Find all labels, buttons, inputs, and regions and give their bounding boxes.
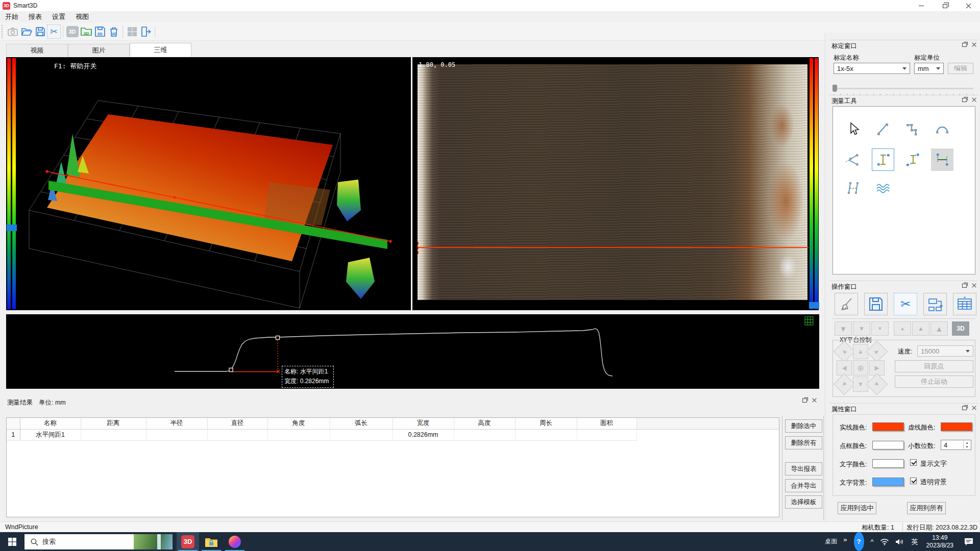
transparent-bg-checkbox[interactable]	[910, 478, 917, 484]
point-color-swatch[interactable]	[872, 441, 904, 449]
move-up-medium-button[interactable]: ▲	[912, 321, 929, 336]
tool-roughness[interactable]	[872, 177, 894, 199]
spin-down-icon[interactable]: ▼	[964, 445, 970, 449]
close-panel-icon[interactable]	[972, 97, 976, 102]
tool-line[interactable]	[872, 118, 894, 140]
select-template-button[interactable]: 选择模板	[785, 495, 822, 509]
float-panel-icon[interactable]	[962, 284, 967, 288]
speed-select[interactable]: 15000	[917, 345, 973, 357]
cut-button[interactable]: ✂	[47, 24, 61, 39]
show-text-checkbox[interactable]	[910, 459, 917, 466]
apply-all-button[interactable]: 应用到所有	[907, 502, 946, 514]
dash-color-swatch[interactable]	[941, 422, 972, 431]
menu-view[interactable]: 视图	[70, 11, 94, 22]
tool-horizontal-distance[interactable]	[931, 148, 953, 171]
menu-settings[interactable]: 设置	[47, 11, 70, 22]
tool-polyline[interactable]	[901, 118, 924, 140]
viewport-3d[interactable]: F1: 帮助开关	[6, 57, 411, 310]
taskbar-app-explorer[interactable]	[200, 532, 223, 551]
cut-section-button[interactable]: ✂	[894, 293, 917, 315]
profile-chart[interactable]: 名称: 水平间距1 宽度: 0.2826mm	[6, 314, 819, 389]
measure-line[interactable]	[418, 247, 808, 248]
move-down-large-button[interactable]: ▼	[835, 321, 852, 336]
table-button[interactable]	[953, 293, 976, 315]
merge-export-button[interactable]: 合并导出	[785, 479, 822, 492]
save-button[interactable]	[33, 24, 47, 39]
calibration-slider-handle[interactable]	[832, 85, 837, 92]
taskbar-search[interactable]: 搜索	[24, 534, 173, 549]
col-height[interactable]: 高度	[454, 418, 515, 429]
save-result-button[interactable]	[864, 293, 888, 315]
float-panel-icon[interactable]	[962, 98, 967, 102]
export-report-button[interactable]: 导出报表	[785, 462, 822, 475]
float-panel-icon[interactable]	[962, 43, 967, 47]
float-panel-icon[interactable]	[802, 398, 807, 403]
layout-button[interactable]	[125, 24, 139, 39]
col-arclength[interactable]: 弧长	[330, 418, 393, 429]
col-name[interactable]: 名称	[20, 418, 81, 429]
3d-mode-button[interactable]: 3D	[952, 321, 969, 336]
calibration-unit-select[interactable]: mm	[914, 63, 944, 74]
save-3d-button[interactable]: 3D	[93, 24, 107, 39]
taskbar-clock[interactable]: 13:49 2023/8/23	[922, 532, 958, 551]
close-button[interactable]	[957, 0, 980, 11]
delete-selected-button[interactable]: 删除选中	[785, 419, 822, 433]
col-diameter[interactable]: 直径	[207, 418, 267, 429]
ime-indicator[interactable]: 英	[908, 532, 922, 551]
decimal-spinner[interactable]: 4 ▲▼	[941, 440, 971, 450]
help-tray-icon[interactable]: ?	[854, 532, 864, 551]
tool-angle[interactable]	[842, 148, 865, 171]
view3d-button[interactable]: 3D	[65, 24, 79, 39]
edit-calibration-button[interactable]: 编辑	[948, 63, 973, 74]
move-up-large-button[interactable]: ▲	[930, 321, 948, 336]
colorbar-handle[interactable]	[7, 224, 17, 231]
col-width[interactable]: 宽度	[393, 418, 454, 429]
wifi-icon[interactable]	[877, 532, 892, 551]
grid-toggle-icon[interactable]	[804, 316, 814, 326]
menu-start[interactable]: 开始	[0, 11, 23, 22]
home-center-button[interactable]: ⊕	[853, 360, 868, 375]
tool-arc[interactable]	[931, 118, 953, 140]
clear-button[interactable]	[835, 293, 858, 315]
col-perimeter[interactable]: 周长	[515, 418, 577, 429]
col-angle[interactable]: 角度	[267, 418, 330, 429]
viewport-2d[interactable]: 1.80, 0.05	[412, 57, 819, 310]
tray-desktop-label[interactable]: 桌面	[822, 532, 840, 551]
col-radius[interactable]: 半径	[146, 418, 207, 429]
return-origin-button[interactable]: 回原点	[895, 360, 973, 372]
tray-overflow-chevron[interactable]: »	[840, 530, 850, 549]
restore-button[interactable]	[933, 0, 957, 11]
show-hidden-icons[interactable]: ^	[868, 532, 877, 551]
close-panel-icon[interactable]	[972, 283, 976, 288]
close-panel-icon[interactable]	[972, 42, 976, 47]
col-area[interactable]: 面积	[577, 418, 636, 429]
open-3d-button[interactable]: 3D	[79, 24, 93, 39]
tab-picture[interactable]: 图片	[68, 44, 130, 57]
tool-cursor[interactable]	[842, 118, 865, 140]
notification-center-icon[interactable]	[958, 532, 980, 551]
tool-height[interactable]	[901, 148, 924, 171]
colorbar-handle[interactable]	[809, 302, 819, 309]
tab-3d[interactable]: 三维	[130, 43, 191, 57]
text-bg-swatch[interactable]	[872, 478, 904, 486]
exit-button[interactable]	[139, 24, 153, 39]
search-daily-image[interactable]	[134, 534, 173, 549]
start-button[interactable]	[0, 532, 24, 551]
swap-view-button[interactable]	[923, 293, 947, 315]
move-down-small-button[interactable]: ▼	[871, 321, 889, 336]
minimize-button[interactable]	[910, 0, 933, 11]
taskbar-app-smart3d[interactable]: 3D	[177, 532, 199, 551]
col-distance[interactable]: 距离	[81, 418, 146, 429]
camera-button[interactable]	[6, 24, 19, 39]
delete-3d-button[interactable]: 3D	[107, 24, 120, 39]
open-button[interactable]	[19, 24, 33, 39]
text-color-swatch[interactable]	[872, 459, 904, 468]
solid-color-swatch[interactable]	[872, 422, 904, 431]
delete-all-button[interactable]: 删除所有	[785, 436, 822, 449]
taskbar-app-paint3d[interactable]	[224, 532, 246, 551]
move-up-small-button[interactable]: ▲	[894, 321, 911, 336]
close-panel-icon[interactable]	[812, 398, 817, 403]
move-down-medium-button[interactable]: ▼	[853, 321, 870, 336]
volume-icon[interactable]	[892, 532, 908, 551]
stop-motion-button[interactable]: 停止运动	[895, 375, 973, 388]
